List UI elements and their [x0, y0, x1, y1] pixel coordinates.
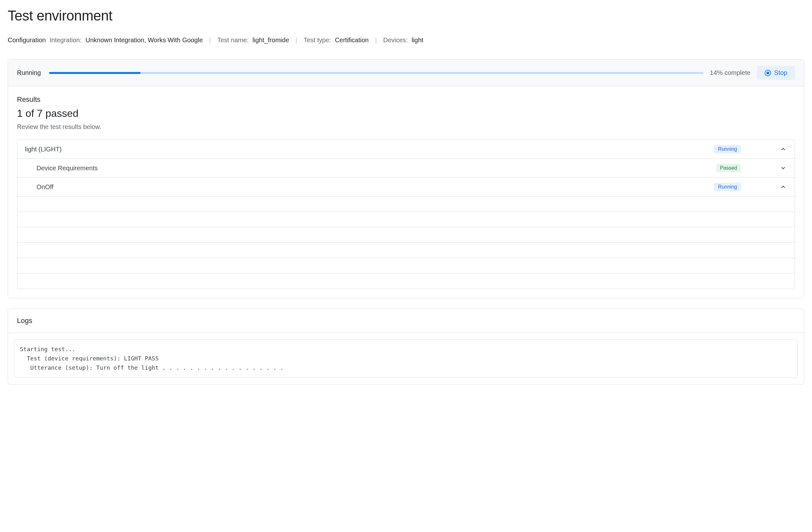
results-card: Running 14% complete Stop Results 1 of 7…	[8, 59, 804, 298]
divider: |	[295, 36, 297, 44]
results-table: light (LIGHT) Running Device Requirement…	[17, 139, 795, 289]
test-name-value: light_fromide	[252, 36, 289, 44]
divider: |	[209, 36, 211, 44]
stop-button[interactable]: Stop	[757, 66, 795, 80]
empty-row	[17, 212, 795, 227]
progress-percent-text: 14% complete	[710, 69, 751, 76]
progress-bar-fill	[49, 72, 141, 74]
integration-label: Integration:	[49, 36, 82, 44]
logs-card: Logs Starting test... Test (device requi…	[8, 309, 804, 384]
results-subtitle: Review the test results below.	[17, 123, 795, 131]
result-row-light[interactable]: light (LIGHT) Running	[17, 140, 795, 159]
logs-title: Logs	[8, 309, 804, 333]
chevron-up-icon	[779, 183, 787, 191]
result-row-device-requirements[interactable]: Device Requirements Passed	[17, 159, 795, 178]
status-badge: Running	[714, 183, 741, 191]
result-name: OnOff	[37, 183, 714, 191]
progress-header: Running 14% complete Stop	[8, 60, 804, 86]
integration-value: Unknown Integration, Works With Google	[86, 36, 203, 44]
chevron-up-icon	[779, 145, 787, 153]
empty-row	[17, 274, 795, 289]
status-label: Running	[17, 69, 43, 76]
test-type-label: Test type:	[304, 36, 331, 44]
status-badge: Running	[714, 145, 741, 153]
result-row-onoff[interactable]: OnOff Running	[17, 178, 795, 196]
devices-value: light	[411, 36, 423, 44]
page-title: Test environment	[8, 8, 804, 24]
results-title: Results	[17, 95, 795, 104]
test-name-label: Test name:	[217, 36, 249, 44]
stop-button-label: Stop	[774, 69, 787, 76]
chevron-down-icon	[779, 164, 787, 172]
configuration-row: Configuration Integration: Unknown Integ…	[8, 36, 804, 44]
configuration-label: Configuration	[8, 36, 46, 44]
result-name: light (LIGHT)	[25, 146, 714, 153]
empty-row	[17, 258, 795, 274]
empty-row	[17, 242, 795, 258]
logs-content: Starting test... Test (device requiremen…	[14, 339, 798, 378]
progress-bar	[49, 72, 704, 74]
empty-row	[17, 227, 795, 242]
results-summary: 1 of 7 passed	[17, 107, 795, 119]
result-name: Device Requirements	[37, 164, 716, 172]
test-type-value: Certification	[335, 36, 369, 44]
status-badge: Passed	[716, 164, 741, 172]
results-section: Results 1 of 7 passed Review the test re…	[8, 86, 804, 298]
empty-row	[17, 196, 795, 212]
stop-icon	[765, 70, 771, 76]
divider: |	[375, 36, 377, 44]
devices-label: Devices:	[383, 36, 408, 44]
